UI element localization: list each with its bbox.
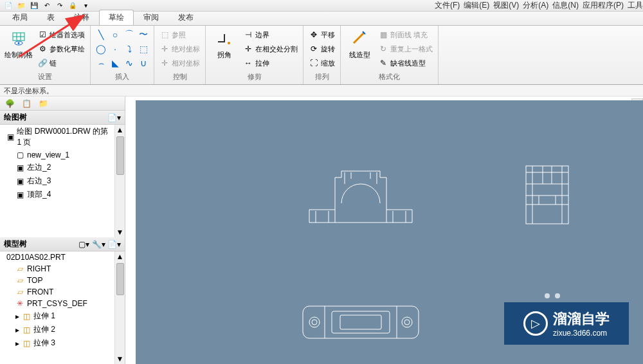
tree-newview[interactable]: ▢ new_view_1: [0, 149, 114, 161]
scroll-up[interactable]: ▲: [116, 251, 124, 262]
hatch-icon: ▦: [378, 30, 388, 40]
tree-front-datum[interactable]: ▱ FRONT: [0, 286, 114, 298]
svg-point-37: [545, 293, 550, 298]
svg-point-29: [309, 317, 320, 327]
tab-annot[interactable]: 注释: [64, 10, 99, 25]
model-tree-header[interactable]: 模型树 ▢▾ 🔧▾ 📄▾: [0, 237, 125, 251]
tab-review[interactable]: 审阅: [134, 10, 168, 25]
extrude-icon: ◫: [22, 325, 31, 334]
param-icon: ⚙: [37, 44, 48, 54]
sketcher-pref-button[interactable]: ☑ 绘器首选项: [36, 28, 86, 41]
datum-icon: ▱: [15, 287, 24, 296]
scroll-thumb[interactable]: [116, 136, 124, 175]
scroll-down[interactable]: ▼: [116, 354, 124, 364]
scrollbar[interactable]: ▲ ▼: [114, 125, 125, 237]
tree-extrude2[interactable]: ▸ ◫ 拉伸 2: [0, 323, 114, 336]
menu-edit[interactable]: 编辑(E): [464, 0, 489, 11]
ribbon-group-insert: ╲ ○ ⌒ 〜 ◯ · ⤵ ⬚ ⌢ ◣ ∿ ∪ 插入: [91, 26, 154, 84]
menu-tool[interactable]: 工具: [628, 0, 643, 11]
line-style-button[interactable]: 线造型: [345, 28, 374, 60]
chamfer-tool[interactable]: ◣: [109, 57, 122, 69]
menu-analyze[interactable]: 分析(A): [523, 0, 548, 11]
group-label: 控制: [158, 72, 201, 83]
svg-point-38: [555, 293, 560, 298]
ref-button: ⬚ 参照: [158, 28, 201, 41]
menu-app[interactable]: 应用程序(P): [583, 0, 624, 11]
watermark-url: zixue.3d66.com: [553, 329, 610, 338]
sketch-crop-button[interactable]: 绘制削格: [4, 28, 33, 60]
default-line-button[interactable]: ✎ 缺省线造型: [377, 57, 434, 69]
scroll-down[interactable]: ▼: [116, 227, 124, 237]
menu-file[interactable]: 文件(F): [435, 0, 460, 11]
status-bar: 不显示坐标系。: [0, 85, 643, 96]
panel-actions[interactable]: ▢▾ 🔧▾ 📄▾: [78, 240, 121, 249]
group-label: 格式化: [345, 72, 434, 83]
tangent-arc-tool[interactable]: ⤵: [123, 42, 136, 55]
tree-right-datum[interactable]: ▱ RIGHT: [0, 263, 114, 275]
menu-info[interactable]: 信息(N): [552, 0, 579, 11]
menu-view[interactable]: 视图(V): [493, 0, 519, 11]
svg-point-30: [312, 320, 317, 325]
spline-tool[interactable]: 〜: [137, 28, 150, 41]
scale-button[interactable]: ⛶ 缩放: [307, 57, 336, 69]
scroll-up[interactable]: ▲: [116, 125, 124, 135]
extrude-icon: ◫: [22, 312, 31, 321]
spline2-tool[interactable]: ∿: [123, 57, 136, 69]
label: 绘制削格: [5, 50, 33, 60]
tree-csys[interactable]: ✳ PRT_CSYS_DEF: [0, 298, 114, 309]
pen-icon: [349, 28, 370, 49]
view-right: [525, 165, 570, 226]
chain-button[interactable]: 🔗 链: [36, 57, 86, 69]
layer-icon[interactable]: 📋: [19, 98, 33, 109]
fillet-tool[interactable]: ⌢: [95, 57, 107, 69]
tree-right[interactable]: ▣ 右边_3: [0, 174, 114, 188]
arc-tool[interactable]: ⌒: [123, 28, 136, 41]
tree-left[interactable]: ▣ 左边_2: [0, 161, 114, 174]
scrollbar[interactable]: ▲ ▼: [114, 251, 125, 364]
ribbon-group-settings: 绘制削格 ☑ 绘器首选项 ⚙ 参数化草绘 🔗 链 设置: [0, 26, 91, 84]
translate-button[interactable]: ✥ 平移: [307, 28, 336, 41]
expand-icon[interactable]: ▸: [15, 312, 19, 321]
extend-button[interactable]: ↔ 拉伸: [242, 57, 299, 69]
play-icon: ▷: [523, 311, 548, 336]
csys-icon: ✳: [15, 299, 24, 308]
ribbon-group-control: ⬚ 参照 ✛ 绝对坐标 ✛ 相对坐标 控制: [154, 26, 206, 84]
tree-part[interactable]: 02D10AS02.PRT: [0, 251, 114, 263]
intersect-button[interactable]: ✛ 在相交处分割: [242, 42, 299, 55]
tree-extrude1[interactable]: ▸ ◫ 拉伸 1: [0, 309, 114, 323]
tree-page[interactable]: ▣ 绘图 DRW0001.DRW 的第 1 页: [0, 125, 114, 149]
repeat-icon: ↻: [378, 44, 388, 54]
tab-table[interactable]: 表: [37, 10, 64, 25]
tree-icon[interactable]: 🌳: [3, 98, 17, 109]
tree-top[interactable]: ▣ 顶部_4: [0, 188, 114, 201]
ellipse-tool[interactable]: ◯: [95, 42, 107, 55]
expand-icon[interactable]: ▸: [15, 325, 19, 334]
sidebar-toolbar: 🌳 📋 📁: [0, 96, 125, 111]
rotate-button[interactable]: ⟳ 旋转: [307, 42, 336, 55]
tab-sketch[interactable]: 草绘: [99, 10, 134, 25]
label: 拐角: [217, 50, 231, 60]
expand-icon[interactable]: ▸: [15, 339, 19, 348]
conic-tool[interactable]: ∪: [137, 57, 150, 69]
view-left: [296, 165, 425, 229]
point-tool[interactable]: ·: [109, 42, 122, 55]
panel-actions[interactable]: 📄▾: [107, 113, 121, 122]
folder-icon[interactable]: 📁: [36, 98, 50, 109]
param-sketch-button[interactable]: ⚙ 参数化草绘: [36, 42, 86, 55]
tab-publish[interactable]: 发布: [168, 10, 203, 25]
corner-button[interactable]: 拐角: [210, 28, 239, 60]
extrude-icon: ◫: [22, 339, 31, 348]
tree-extrude3[interactable]: ▸ ◫ 拉伸 3: [0, 336, 114, 350]
boundary-button[interactable]: ⊣ 边界: [242, 28, 299, 41]
tree-top-datum[interactable]: ▱ TOP: [0, 275, 114, 286]
drawing-tree-header[interactable]: 绘图树 📄▾: [0, 111, 125, 125]
view-icon: ▣: [15, 190, 24, 199]
line-tool[interactable]: ╲: [95, 28, 107, 41]
circle-tool[interactable]: ○: [109, 28, 122, 41]
scroll-thumb[interactable]: [116, 263, 124, 295]
move-icon: ✥: [309, 30, 319, 40]
edge-tool[interactable]: ⬚: [137, 42, 150, 55]
ref-icon: ⬚: [159, 30, 170, 40]
datum-icon: ▱: [15, 276, 24, 285]
tab-layout[interactable]: 布局: [3, 10, 37, 25]
